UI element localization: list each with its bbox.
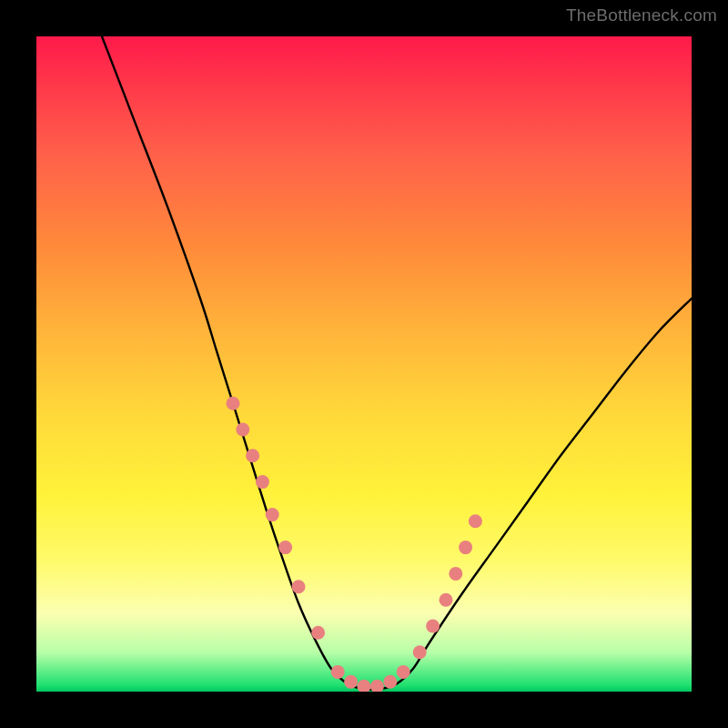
bottleneck-curve	[102, 36, 692, 690]
marker-dot	[278, 541, 292, 554]
marker-dot	[397, 665, 410, 679]
marker-dot	[227, 397, 240, 410]
marker-dot	[413, 645, 427, 659]
marker-dot	[331, 665, 345, 679]
marker-dot	[440, 593, 453, 607]
marker-dot	[292, 580, 306, 593]
marker-dot	[246, 449, 259, 462]
marker-dot	[358, 680, 371, 692]
marker-dot	[370, 680, 384, 692]
chart-frame: TheBottleneck.com	[0, 0, 728, 728]
marker-dot	[383, 675, 397, 689]
marker-dot	[449, 567, 462, 581]
marker-dot	[469, 514, 482, 528]
marker-dot	[266, 508, 279, 521]
marker-dot	[236, 423, 249, 437]
curve-svg	[36, 36, 692, 692]
watermark-text: TheBottleneck.com	[566, 5, 717, 25]
marker-dot	[256, 475, 269, 489]
marker-dot	[426, 620, 440, 633]
marker-dot	[344, 675, 358, 689]
marker-dots	[227, 397, 482, 692]
marker-dot	[459, 541, 472, 554]
plot-area	[36, 36, 692, 692]
marker-dot	[311, 626, 325, 640]
